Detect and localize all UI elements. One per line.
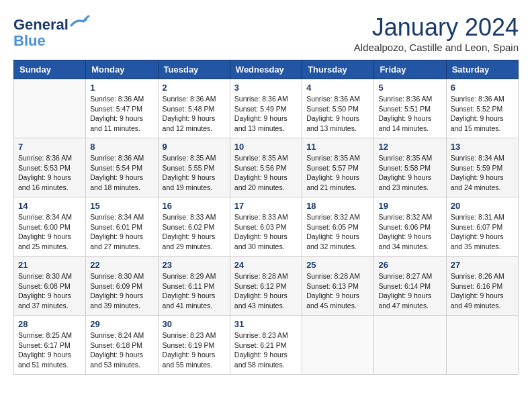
day-info: Sunrise: 8:34 AM Sunset: 5:59 PM Dayligh… [451,153,514,193]
day-number: 16 [163,201,226,211]
calendar-cell: 25Sunrise: 8:28 AM Sunset: 6:13 PM Dayli… [302,257,374,316]
calendar-cell: 2Sunrise: 8:36 AM Sunset: 5:48 PM Daylig… [158,79,230,138]
day-info: Sunrise: 8:36 AM Sunset: 5:52 PM Dayligh… [451,94,514,134]
day-number: 24 [234,260,298,270]
day-info: Sunrise: 8:28 AM Sunset: 6:13 PM Dayligh… [306,271,369,311]
header-monday: Monday [86,60,158,79]
day-number: 15 [90,201,153,211]
calendar-cell [446,316,518,375]
day-number: 14 [18,201,81,211]
day-info: Sunrise: 8:33 AM Sunset: 6:02 PM Dayligh… [163,212,226,252]
day-number: 22 [90,260,153,270]
day-number: 18 [306,201,369,211]
calendar-week-1: 7Sunrise: 8:36 AM Sunset: 5:53 PM Daylig… [14,138,519,197]
day-info: Sunrise: 8:28 AM Sunset: 6:12 PM Dayligh… [234,271,298,311]
day-number: 23 [163,260,226,270]
calendar-cell: 26Sunrise: 8:27 AM Sunset: 6:14 PM Dayli… [374,257,446,316]
calendar-week-4: 28Sunrise: 8:25 AM Sunset: 6:17 PM Dayli… [14,316,519,375]
logo: General Blue [13,13,90,49]
header-saturday: Saturday [446,60,518,79]
calendar-header-row: SundayMondayTuesdayWednesdayThursdayFrid… [14,60,519,79]
day-info: Sunrise: 8:35 AM Sunset: 5:57 PM Dayligh… [306,153,369,193]
calendar-cell: 13Sunrise: 8:34 AM Sunset: 5:59 PM Dayli… [446,138,518,197]
day-number: 19 [378,201,441,211]
calendar-cell: 7Sunrise: 8:36 AM Sunset: 5:53 PM Daylig… [14,138,86,197]
day-number: 21 [18,260,81,270]
calendar-cell: 8Sunrise: 8:36 AM Sunset: 5:54 PM Daylig… [86,138,158,197]
location-title: Aldealpozo, Castille and Leon, Spain [354,42,519,53]
logo-text: General Blue [13,13,90,49]
calendar-cell: 3Sunrise: 8:36 AM Sunset: 5:49 PM Daylig… [230,79,302,138]
logo-bird-icon [70,13,90,30]
header-sunday: Sunday [14,60,86,79]
day-info: Sunrise: 8:35 AM Sunset: 5:58 PM Dayligh… [378,153,441,193]
day-info: Sunrise: 8:36 AM Sunset: 5:48 PM Dayligh… [163,94,226,134]
calendar-cell: 6Sunrise: 8:36 AM Sunset: 5:52 PM Daylig… [446,79,518,138]
calendar-cell: 14Sunrise: 8:34 AM Sunset: 6:00 PM Dayli… [14,197,86,257]
day-info: Sunrise: 8:36 AM Sunset: 5:54 PM Dayligh… [90,153,153,193]
header-tuesday: Tuesday [158,60,230,79]
calendar-week-0: 1Sunrise: 8:36 AM Sunset: 5:47 PM Daylig… [14,79,519,138]
header-friday: Friday [374,60,446,79]
day-number: 5 [378,83,441,93]
calendar-cell: 22Sunrise: 8:30 AM Sunset: 6:09 PM Dayli… [86,257,158,316]
calendar-cell: 24Sunrise: 8:28 AM Sunset: 6:12 PM Dayli… [230,257,302,316]
day-info: Sunrise: 8:36 AM Sunset: 5:50 PM Dayligh… [306,94,369,134]
day-number: 25 [306,260,369,270]
title-area: January 2024 Aldealpozo, Castille and Le… [354,13,519,53]
day-number: 13 [451,142,514,152]
calendar-cell: 16Sunrise: 8:33 AM Sunset: 6:02 PM Dayli… [158,197,230,257]
day-info: Sunrise: 8:30 AM Sunset: 6:08 PM Dayligh… [18,271,81,311]
calendar-cell: 30Sunrise: 8:23 AM Sunset: 6:19 PM Dayli… [158,316,230,375]
calendar-cell: 18Sunrise: 8:32 AM Sunset: 6:05 PM Dayli… [302,197,374,257]
calendar-cell: 9Sunrise: 8:35 AM Sunset: 5:55 PM Daylig… [158,138,230,197]
day-number: 2 [163,83,226,93]
calendar-cell: 11Sunrise: 8:35 AM Sunset: 5:57 PM Dayli… [302,138,374,197]
page-header: General Blue January 2024 Aldealpozo, Ca… [13,13,519,53]
day-number: 30 [163,319,226,329]
day-number: 11 [306,142,369,152]
calendar-cell: 4Sunrise: 8:36 AM Sunset: 5:50 PM Daylig… [302,79,374,138]
day-info: Sunrise: 8:36 AM Sunset: 5:49 PM Dayligh… [234,94,298,134]
calendar-cell: 12Sunrise: 8:35 AM Sunset: 5:58 PM Dayli… [374,138,446,197]
day-info: Sunrise: 8:32 AM Sunset: 6:05 PM Dayligh… [306,212,369,252]
calendar-cell [374,316,446,375]
day-number: 20 [451,201,514,211]
day-info: Sunrise: 8:35 AM Sunset: 5:56 PM Dayligh… [234,153,298,193]
day-info: Sunrise: 8:29 AM Sunset: 6:11 PM Dayligh… [163,271,226,311]
day-info: Sunrise: 8:35 AM Sunset: 5:55 PM Dayligh… [163,153,226,193]
calendar-cell: 21Sunrise: 8:30 AM Sunset: 6:08 PM Dayli… [14,257,86,316]
day-info: Sunrise: 8:23 AM Sunset: 6:19 PM Dayligh… [163,330,226,370]
calendar-table: SundayMondayTuesdayWednesdayThursdayFrid… [13,60,519,375]
calendar-cell: 5Sunrise: 8:36 AM Sunset: 5:51 PM Daylig… [374,79,446,138]
day-number: 4 [306,83,369,93]
day-info: Sunrise: 8:30 AM Sunset: 6:09 PM Dayligh… [90,271,153,311]
day-number: 9 [163,142,226,152]
header-wednesday: Wednesday [230,60,302,79]
calendar-cell: 23Sunrise: 8:29 AM Sunset: 6:11 PM Dayli… [158,257,230,316]
month-title: January 2024 [354,13,519,42]
day-info: Sunrise: 8:36 AM Sunset: 5:53 PM Dayligh… [18,153,81,193]
day-info: Sunrise: 8:34 AM Sunset: 6:00 PM Dayligh… [18,212,81,252]
calendar-cell: 17Sunrise: 8:33 AM Sunset: 6:03 PM Dayli… [230,197,302,257]
day-number: 12 [378,142,441,152]
day-info: Sunrise: 8:26 AM Sunset: 6:16 PM Dayligh… [451,271,514,311]
day-number: 27 [451,260,514,270]
day-number: 26 [378,260,441,270]
calendar-cell [14,79,86,138]
logo-blue: Blue [13,32,46,49]
day-info: Sunrise: 8:36 AM Sunset: 5:51 PM Dayligh… [378,94,441,134]
day-number: 31 [234,319,298,329]
day-info: Sunrise: 8:25 AM Sunset: 6:17 PM Dayligh… [18,330,81,370]
day-number: 3 [234,83,298,93]
day-info: Sunrise: 8:36 AM Sunset: 5:47 PM Dayligh… [90,94,153,134]
day-info: Sunrise: 8:31 AM Sunset: 6:07 PM Dayligh… [451,212,514,252]
day-info: Sunrise: 8:32 AM Sunset: 6:06 PM Dayligh… [378,212,441,252]
calendar-cell: 19Sunrise: 8:32 AM Sunset: 6:06 PM Dayli… [374,197,446,257]
day-number: 8 [90,142,153,152]
day-number: 17 [234,201,298,211]
calendar-cell: 31Sunrise: 8:23 AM Sunset: 6:21 PM Dayli… [230,316,302,375]
day-info: Sunrise: 8:34 AM Sunset: 6:01 PM Dayligh… [90,212,153,252]
calendar-cell: 27Sunrise: 8:26 AM Sunset: 6:16 PM Dayli… [446,257,518,316]
day-number: 6 [451,83,514,93]
